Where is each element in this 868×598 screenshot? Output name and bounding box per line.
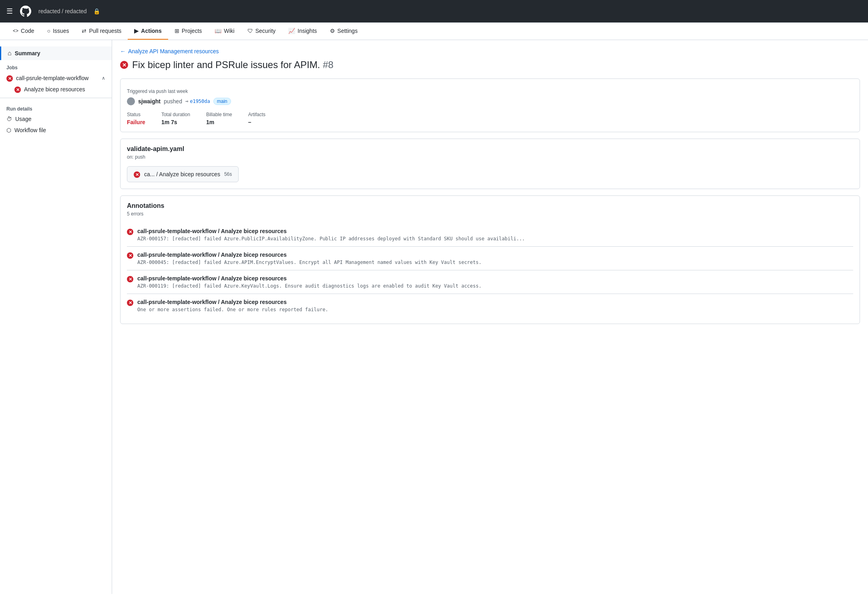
annotation-item: ✕ call-psrule-template-workflow / Analyz…: [127, 270, 853, 294]
sidebar-job-item[interactable]: ✕ call-psrule-template-workflow ∧: [0, 72, 112, 84]
settings-icon: ⚙: [330, 28, 335, 34]
insights-icon: 📈: [288, 28, 295, 34]
annotation-detail: AZR-000045: [redacted] failed Azure.APIM…: [137, 260, 482, 265]
back-arrow-icon: ←: [120, 48, 126, 54]
annotation-error-icon: ✕: [127, 252, 133, 259]
annotations-count: 5 errors: [127, 211, 853, 217]
hamburger-icon[interactable]: ☰: [6, 7, 13, 16]
lock-icon: 🔒: [93, 8, 100, 14]
annotation-detail: AZR-000119: [redacted] failed Azure.KeyV…: [137, 283, 482, 289]
status-meta: Status Failure Total duration 1m 7s Bill…: [127, 112, 853, 125]
commit-sha[interactable]: ⊸ e1950da: [185, 99, 210, 104]
job-error-icon: ✕: [6, 75, 13, 82]
page-title: Fix bicep linter and PSRule issues for A…: [132, 59, 334, 70]
run-details-label: Run details: [0, 101, 112, 113]
nav-issues[interactable]: ○ Issues: [40, 23, 75, 40]
annotations-list: ✕ call-psrule-template-workflow / Analyz…: [127, 223, 853, 317]
username: sjwaight: [138, 98, 161, 105]
annotation-detail: One or more assertions failed. One or mo…: [137, 307, 328, 312]
avatar: [127, 97, 135, 105]
annotation-detail: AZR-000157: [redacted] failed Azure.Publ…: [137, 236, 525, 242]
security-icon: 🛡: [247, 28, 253, 34]
annotation-item: ✕ call-psrule-template-workflow / Analyz…: [127, 246, 853, 270]
nav-code[interactable]: <> Code: [6, 23, 40, 40]
page-title-container: ✕ Fix bicep linter and PSRule issues for…: [120, 59, 860, 70]
usage-icon: ⏱: [6, 116, 12, 122]
github-logo: [19, 5, 32, 18]
home-icon: ⌂: [8, 50, 12, 57]
annotation-item: ✕ call-psrule-template-workflow / Analyz…: [127, 223, 853, 246]
annotation-error-icon: ✕: [127, 276, 133, 282]
nav-settings[interactable]: ⚙ Settings: [323, 23, 364, 40]
sub-job-error-icon: ✕: [14, 87, 21, 93]
sidebar-usage[interactable]: ⏱ Usage: [0, 113, 112, 125]
annotations-title: Annotations: [127, 202, 853, 209]
page-container: ⌂ Summary Jobs ✕ call-psrule-template-wo…: [0, 40, 868, 594]
commit-row: sjwaight pushed ⊸ e1950da main: [127, 97, 853, 105]
repo-nav: <> Code ○ Issues ⇄ Pull requests ▶ Actio…: [0, 23, 868, 40]
annotation-title: call-psrule-template-workflow / Analyze …: [137, 275, 482, 282]
sidebar-workflow-file[interactable]: ⬡ Workflow file: [0, 125, 112, 136]
projects-icon: ⊞: [175, 28, 179, 34]
issues-icon: ○: [47, 28, 50, 34]
sidebar-divider: [0, 98, 112, 98]
breadcrumb-text: Analyze API Management resources: [128, 48, 219, 54]
annotation-title: call-psrule-template-workflow / Analyze …: [137, 299, 328, 305]
repo-path: redacted / redacted: [38, 8, 87, 14]
nav-actions[interactable]: ▶ Actions: [128, 23, 168, 40]
annotation-text: call-psrule-template-workflow / Analyze …: [137, 275, 482, 289]
sidebar: ⌂ Summary Jobs ✕ call-psrule-template-wo…: [0, 40, 112, 594]
nav-pull-requests[interactable]: ⇄ Pull requests: [75, 23, 128, 40]
status-card: Triggered via push last week sjwaight pu…: [120, 79, 860, 132]
artifacts-item: Artifacts –: [248, 112, 265, 125]
main-content: ← Analyze API Management resources ✕ Fix…: [112, 40, 868, 594]
breadcrumb[interactable]: ← Analyze API Management resources: [120, 48, 860, 54]
annotation-text: call-psrule-template-workflow / Analyze …: [137, 252, 482, 265]
branch-badge[interactable]: main: [213, 98, 231, 105]
workflow-job-label: ca... / Analyze bicep resources: [144, 171, 220, 177]
actions-icon: ▶: [134, 28, 139, 34]
sidebar-summary[interactable]: ⌂ Summary: [0, 46, 112, 60]
annotation-text: call-psrule-template-workflow / Analyze …: [137, 228, 525, 242]
nav-projects[interactable]: ⊞ Projects: [168, 23, 209, 40]
jobs-section-label: Jobs: [0, 60, 112, 72]
workflow-card: validate-apim.yaml on: push ✕ ca... / An…: [120, 139, 860, 189]
status-item: Status Failure: [127, 112, 145, 125]
wiki-icon: 📖: [215, 28, 221, 34]
annotation-text: call-psrule-template-workflow / Analyze …: [137, 299, 328, 312]
annotations-card: Annotations 5 errors ✕ call-psrule-templ…: [120, 195, 860, 324]
annotation-title: call-psrule-template-workflow / Analyze …: [137, 228, 525, 234]
chevron-up-icon: ∧: [102, 75, 105, 81]
title-error-icon: ✕: [120, 61, 128, 69]
nav-wiki[interactable]: 📖 Wiki: [208, 23, 241, 40]
workflow-job-time: 56s: [224, 171, 232, 177]
pushed-text: pushed: [164, 98, 182, 105]
duration-item: Total duration 1m 7s: [161, 112, 190, 125]
workflow-job[interactable]: ✕ ca... / Analyze bicep resources 56s: [127, 166, 239, 182]
top-bar: ☰ redacted / redacted 🔒: [0, 0, 868, 23]
annotation-item: ✕ call-psrule-template-workflow / Analyz…: [127, 294, 853, 317]
annotation-error-icon: ✕: [127, 300, 133, 306]
workflow-file-icon: ⬡: [6, 127, 11, 133]
workflow-job-error-icon: ✕: [134, 171, 140, 178]
billable-item: Billable time 1m: [206, 112, 232, 125]
nav-security[interactable]: 🛡 Security: [241, 23, 282, 40]
code-icon: <>: [13, 28, 18, 34]
trigger-row: Triggered via push last week: [127, 89, 853, 94]
pr-icon: ⇄: [82, 28, 86, 34]
nav-insights[interactable]: 📈 Insights: [282, 23, 323, 40]
annotation-error-icon: ✕: [127, 229, 133, 235]
sidebar-sub-job[interactable]: ✕ Analyze bicep resources: [0, 84, 112, 95]
workflow-trigger: on: push: [127, 154, 853, 160]
workflow-name: validate-apim.yaml: [127, 145, 853, 153]
annotation-title: call-psrule-template-workflow / Analyze …: [137, 252, 482, 258]
job-inner: ✕ call-psrule-template-workflow: [6, 74, 88, 82]
